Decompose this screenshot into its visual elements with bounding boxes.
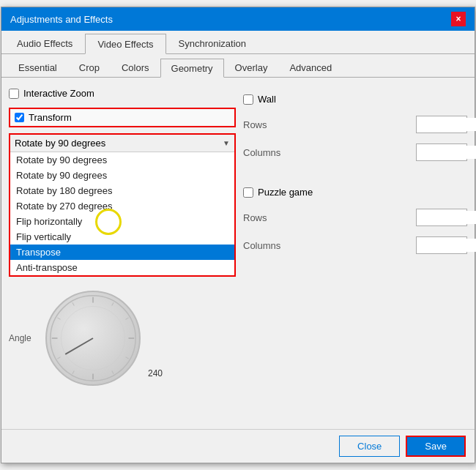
inner-tab-bar: Essential Crop Colors Geometry Overlay A…	[1, 54, 475, 78]
svg-line-6	[125, 357, 128, 359]
wall-section: Wall Rows ▲ ▼ Columns	[243, 91, 467, 163]
wall-cols-row: Columns ▲ ▼	[243, 141, 467, 163]
wall-rows-spinbox[interactable]: ▲ ▼	[416, 116, 467, 133]
svg-line-13	[72, 302, 74, 305]
tab-video-effects[interactable]: Video Effects	[85, 34, 166, 54]
dropdown-header[interactable]: Rotate by 90 degrees ▼	[10, 135, 234, 152]
wall-rows-label: Rows	[243, 119, 267, 130]
interactive-zoom-checkbox[interactable]	[9, 89, 19, 99]
puzzle-section: Puzzle game Rows ▲ ▼ C	[243, 184, 467, 256]
content-area: Interactive Zoom Transform Rotate by 90 …	[1, 78, 475, 429]
svg-line-7	[112, 370, 114, 373]
wall-cols-input[interactable]	[417, 146, 476, 159]
dropdown-item-1[interactable]: Rotate by 90 degrees	[10, 168, 234, 183]
tab-geometry[interactable]: Geometry	[160, 59, 224, 78]
puzzle-checkbox[interactable]	[243, 187, 253, 198]
left-panel: Interactive Zoom Transform Rotate by 90 …	[9, 85, 236, 422]
wall-cols-label: Columns	[243, 147, 280, 158]
wall-checkbox[interactable]	[243, 94, 253, 105]
dialog-footer: Close Save	[1, 429, 475, 463]
wall-label: Wall	[258, 94, 276, 105]
tab-crop[interactable]: Crop	[68, 59, 111, 77]
wall-row: Wall	[243, 91, 467, 108]
tab-synchronization[interactable]: Synchronization	[166, 34, 259, 53]
puzzle-cols-input[interactable]	[417, 239, 476, 252]
save-button[interactable]: Save	[406, 436, 466, 457]
puzzle-rows-row: Rows ▲ ▼	[243, 206, 467, 228]
interactive-zoom-label: Interactive Zoom	[23, 88, 94, 99]
svg-line-14	[65, 338, 93, 354]
wall-rows-row: Rows ▲ ▼	[243, 113, 467, 135]
svg-line-12	[57, 318, 60, 319]
svg-line-3	[112, 302, 114, 305]
dropdown-item-6[interactable]: Transpose	[10, 245, 234, 260]
wall-rows-cols: Rows ▲ ▼ Columns	[243, 113, 467, 163]
right-panel: Wall Rows ▲ ▼ Columns	[243, 85, 467, 422]
transform-box: Transform	[9, 108, 236, 127]
adjustments-dialog: Adjustments and Effects × Audio Effects …	[1, 7, 475, 463]
knob-wrapper: 240	[45, 291, 141, 386]
transform-checkbox[interactable]	[15, 113, 24, 122]
svg-line-10	[57, 357, 60, 359]
puzzle-rows-spinbox[interactable]: ▲ ▼	[416, 209, 467, 226]
outer-tab-bar: Audio Effects Video Effects Synchronizat…	[1, 31, 475, 54]
transform-dropdown: Rotate by 90 degrees ▼ Rotate by 90 degr…	[9, 133, 236, 277]
tab-audio-effects[interactable]: Audio Effects	[4, 34, 85, 53]
angle-knob[interactable]	[45, 291, 141, 386]
knob-ticks	[47, 291, 139, 386]
puzzle-rows-cols: Rows ▲ ▼ Columns	[243, 206, 467, 256]
dialog-title: Adjustments and Effects	[10, 14, 113, 25]
close-button[interactable]: Close	[339, 436, 400, 457]
puzzle-row: Puzzle game	[243, 184, 467, 201]
tab-essential[interactable]: Essential	[7, 59, 68, 77]
dropdown-list: Rotate by 90 degrees Rotate by 90 degree…	[10, 152, 234, 275]
angle-area: Angle	[9, 287, 236, 389]
interactive-zoom-row: Interactive Zoom	[9, 85, 236, 102]
puzzle-label: Puzzle game	[258, 187, 313, 198]
dropdown-item-0[interactable]: Rotate by 90 degrees	[10, 152, 234, 168]
puzzle-cols-row: Columns ▲ ▼	[243, 234, 467, 256]
dropdown-item-4[interactable]: Flip horizontally	[10, 214, 234, 229]
dropdown-item-7[interactable]: Anti-transpose	[10, 260, 234, 275]
close-title-button[interactable]: ×	[451, 12, 466, 26]
svg-line-4	[125, 318, 128, 319]
dropdown-arrow-icon: ▼	[223, 139, 230, 147]
dropdown-item-2[interactable]: Rotate by 180 degrees	[10, 183, 234, 198]
puzzle-rows-input[interactable]	[417, 211, 476, 224]
puzzle-rows-label: Rows	[243, 212, 267, 223]
puzzle-cols-label: Columns	[243, 240, 280, 251]
angle-label: Angle	[9, 333, 31, 343]
dropdown-item-3[interactable]: Rotate by 270 degrees	[10, 198, 234, 214]
dropdown-selected-value: Rotate by 90 degrees	[15, 138, 105, 149]
svg-line-9	[72, 370, 74, 373]
transform-label: Transform	[29, 112, 72, 123]
tab-colors[interactable]: Colors	[111, 59, 160, 77]
angle-value: 240	[148, 368, 163, 378]
dropdown-item-5[interactable]: Flip vertically	[10, 229, 234, 245]
tab-advanced[interactable]: Advanced	[278, 59, 343, 77]
title-bar: Adjustments and Effects ×	[1, 7, 475, 31]
wall-cols-spinbox[interactable]: ▲ ▼	[416, 143, 467, 161]
tab-overlay[interactable]: Overlay	[224, 59, 279, 77]
puzzle-cols-spinbox[interactable]: ▲ ▼	[416, 236, 467, 254]
wall-rows-input[interactable]	[417, 118, 476, 131]
